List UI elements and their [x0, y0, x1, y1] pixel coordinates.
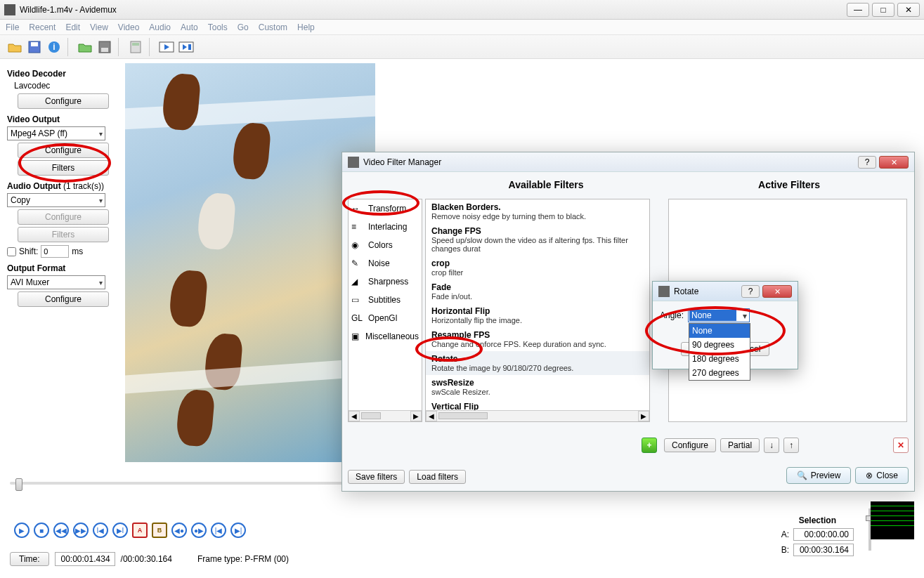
- angle-option-90[interactable]: 90 degrees: [689, 338, 750, 352]
- calculator-icon[interactable]: [126, 38, 145, 56]
- goto-end-button[interactable]: ▶|: [230, 523, 246, 538]
- category-scrollbar[interactable]: ◀▶: [349, 410, 422, 421]
- menu-recent[interactable]: Recent: [29, 22, 56, 32]
- filter-hflip[interactable]: Horizontal FlipHorizontally flip the ima…: [426, 303, 649, 327]
- menu-edit[interactable]: Edit: [65, 22, 80, 32]
- preview-button[interactable]: 🔍Preview: [786, 467, 852, 484]
- decoder-configure-button[interactable]: Configure: [18, 93, 109, 109]
- angle-option-none[interactable]: None: [689, 324, 750, 338]
- shift-input[interactable]: [41, 245, 69, 258]
- selection-b-value: 00:00:30.164: [793, 544, 854, 556]
- menu-auto[interactable]: Auto: [181, 22, 198, 32]
- filter-fade[interactable]: FadeFade in/out.: [426, 280, 649, 303]
- current-time[interactable]: 00:00:01.434: [55, 552, 115, 566]
- category-sharpness[interactable]: ◢Sharpness: [349, 272, 422, 291]
- video-output-select[interactable]: Mpeg4 ASP (ff): [7, 126, 105, 140]
- format-configure-button[interactable]: Configure: [18, 291, 109, 307]
- vfm-help-button[interactable]: ?: [858, 156, 876, 169]
- move-up-button[interactable]: ↑: [783, 438, 799, 453]
- prev-keyframe-button[interactable]: I◀: [93, 523, 108, 538]
- angle-option-270[interactable]: 270 degrees: [689, 366, 750, 380]
- menu-view[interactable]: View: [90, 22, 108, 32]
- video-filter-manager-dialog: Video Filter Manager ? ✕ Available Filte…: [341, 152, 915, 492]
- category-transform[interactable]: ↔Transform: [349, 199, 422, 218]
- filter-resample-fps[interactable]: Resample FPSChange and enforce FPS. Keep…: [426, 327, 649, 351]
- stop-button[interactable]: ■: [34, 523, 49, 538]
- menu-file[interactable]: File: [6, 22, 19, 32]
- remove-filter-button[interactable]: ✕: [893, 438, 909, 453]
- time-button[interactable]: Time:: [10, 552, 49, 566]
- timeline-thumb[interactable]: [15, 478, 22, 491]
- category-subtitles[interactable]: ▭Subtitles: [349, 291, 422, 309]
- close-vfm-button[interactable]: ⊗Close: [855, 467, 909, 484]
- menu-audio[interactable]: Audio: [149, 22, 171, 32]
- save-disk-icon[interactable]: [96, 38, 114, 56]
- main-titlebar: Wildlife-1.m4v - Avidemux — □ ✕: [0, 0, 924, 20]
- load-filters-button[interactable]: Load filters: [409, 470, 466, 484]
- info-icon[interactable]: i: [45, 38, 63, 56]
- move-down-button[interactable]: ↓: [764, 438, 779, 453]
- goto-start-button[interactable]: |◀: [211, 523, 226, 538]
- minimize-button[interactable]: —: [847, 3, 869, 17]
- play-media-icon[interactable]: [157, 38, 176, 56]
- active-filters-head: Active Filters: [670, 176, 909, 195]
- mark-a-button[interactable]: A: [132, 523, 148, 538]
- rotate-title: Rotate: [674, 287, 698, 296]
- active-configure-button[interactable]: Configure: [664, 438, 716, 452]
- open-folder-icon[interactable]: [76, 38, 94, 56]
- rotate-close-button[interactable]: ✕: [762, 285, 792, 298]
- next-black-button[interactable]: ●▶: [191, 523, 207, 538]
- shift-checkbox[interactable]: [7, 247, 16, 256]
- add-filter-button[interactable]: +: [642, 438, 657, 453]
- category-colors[interactable]: ◉Colors: [349, 236, 422, 254]
- video-output-configure-button[interactable]: Configure: [18, 143, 109, 158]
- menu-help[interactable]: Help: [297, 22, 315, 32]
- next-keyframe-button[interactable]: ▶I: [112, 523, 128, 538]
- save-icon[interactable]: [25, 38, 44, 56]
- angle-dropdown[interactable]: None 90 degrees 180 degrees 270 degrees: [689, 323, 750, 381]
- available-filter-list[interactable]: Blacken Borders.Remove noisy edge by tur…: [425, 199, 650, 422]
- category-misc[interactable]: ▣Miscellaneous: [349, 327, 422, 346]
- menu-go[interactable]: Go: [237, 22, 249, 32]
- category-list[interactable]: ↔Transform ≡Interlacing ◉Colors ✎Noise ◢…: [348, 199, 422, 422]
- category-noise[interactable]: ✎Noise: [349, 254, 422, 272]
- play-button[interactable]: ▶: [14, 523, 30, 538]
- filter-scrollbar[interactable]: ◀▶: [426, 410, 649, 421]
- maximize-button[interactable]: □: [872, 3, 894, 17]
- next-frame-button[interactable]: ▶▶: [73, 523, 89, 538]
- audio-output-select[interactable]: Copy: [7, 193, 105, 207]
- filter-blacken-borders[interactable]: Blacken Borders.Remove noisy edge by tur…: [426, 199, 649, 223]
- menu-tools[interactable]: Tools: [208, 22, 228, 32]
- prev-black-button[interactable]: ◀●: [171, 523, 187, 538]
- output-format-select[interactable]: AVI Muxer: [7, 275, 105, 289]
- video-preview: [125, 63, 375, 462]
- menu-video[interactable]: Video: [118, 22, 139, 32]
- prev-frame-button[interactable]: ◀◀: [53, 523, 69, 538]
- mark-b-button[interactable]: B: [152, 523, 167, 538]
- category-interlacing[interactable]: ≡Interlacing: [349, 218, 422, 236]
- audio-filters-button[interactable]: Filters: [18, 227, 109, 242]
- selection-a-label: A:: [781, 530, 789, 539]
- output-format-head: Output Format: [7, 263, 119, 273]
- angle-option-180[interactable]: 180 degrees: [689, 352, 750, 366]
- video-decoder-value: Lavcodec: [7, 81, 119, 91]
- active-partial-button[interactable]: Partial: [720, 438, 760, 452]
- filter-swsresize[interactable]: swsResizeswScale Resizer.: [426, 375, 649, 399]
- close-button[interactable]: ✕: [897, 3, 920, 17]
- audio-configure-button[interactable]: Configure: [18, 209, 109, 225]
- filter-crop[interactable]: cropcrop filter: [426, 256, 649, 280]
- open-icon[interactable]: [6, 38, 24, 56]
- shift-units: ms: [72, 247, 83, 256]
- play-output-icon[interactable]: [177, 38, 195, 56]
- video-output-filters-button[interactable]: Filters: [18, 160, 109, 176]
- rotate-help-button[interactable]: ?: [741, 285, 760, 298]
- filter-change-fps[interactable]: Change FPSSpeed up/slow down the video a…: [426, 223, 649, 256]
- filter-rotate[interactable]: RotateRotate the image by 90/180/270 deg…: [426, 351, 649, 375]
- svg-rect-1: [31, 42, 38, 46]
- app-icon: [4, 4, 15, 15]
- vfm-close-button[interactable]: ✕: [879, 156, 909, 169]
- menu-custom[interactable]: Custom: [259, 22, 287, 32]
- save-filters-button[interactable]: Save filters: [348, 470, 405, 484]
- angle-combobox[interactable]: None None 90 degrees 180 degrees 270 deg…: [688, 308, 750, 322]
- category-opengl[interactable]: GLOpenGl: [349, 309, 422, 327]
